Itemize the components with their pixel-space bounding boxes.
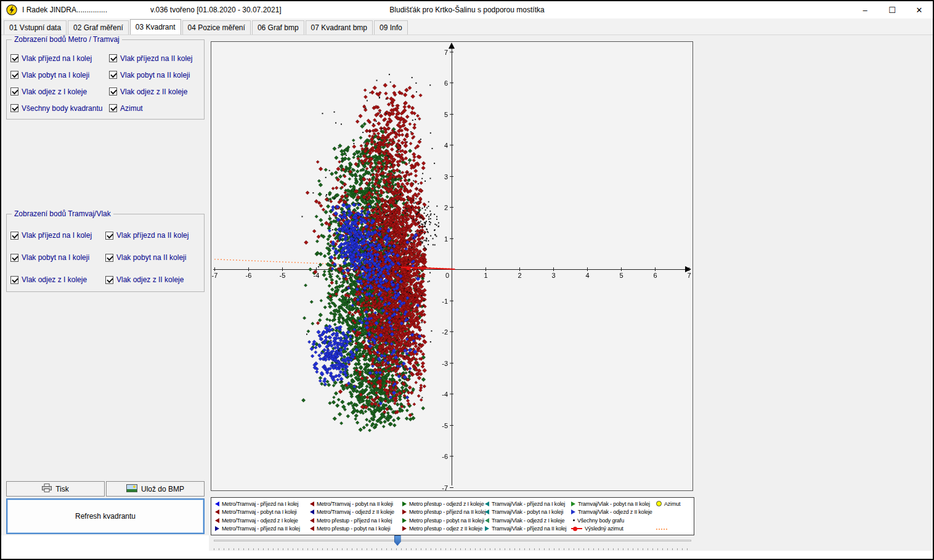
- checkbox-label: Vlak příjezd na II kolej: [120, 54, 192, 63]
- legend-label: Tramvaj/Vlak - pobyt na II kolej: [578, 501, 650, 507]
- slider-groove: [214, 540, 691, 542]
- tab-01-vstupn-data[interactable]: 01 Vstupní data: [4, 20, 67, 34]
- legend-item-tramvaj-vlak-odjezd-z-ii-koleje: Tramvaj/Vlak - odjezd z II koleje: [571, 508, 656, 516]
- checkbox-tramvaj-vlak-pobyt-na-ii-koleji[interactable]: Vlak pobyt na II koleji: [105, 246, 204, 269]
- checkbox-tramvaj-vlak-p-jezd-na-ii-kolej[interactable]: Vlak příjezd na II kolej: [105, 224, 204, 246]
- legend-item-tramvaj-vlak-odjezd-z-i-koleje: Tramvaj/Vlak - odjezd z I koleje: [485, 516, 571, 524]
- checkbox-tramvaj-vlak-odjez-z-ii-koleje[interactable]: Vlak odjez z II koleje: [105, 269, 204, 291]
- checkbox-metro-vlak-pobyt-na-ii-koleji[interactable]: Vlak pobyt na II koleji: [109, 67, 204, 83]
- legend-marker-tri-right: [485, 526, 489, 531]
- tab-09-info[interactable]: 09 Info: [374, 20, 408, 34]
- legend-label: Metro/Tramvaj - odjezd z I koleje: [222, 517, 298, 524]
- checkbox-box[interactable]: [105, 276, 113, 284]
- legend-column: Azimut: [656, 500, 691, 533]
- print-button[interactable]: Tisk: [6, 481, 105, 497]
- legend-item-tramvaj-vlak-p-jezd-na-ii-kolej: Tramvaj/Vlak - příjezd na II kolej: [485, 525, 571, 533]
- legend-column: Metro/Tramvaj - pobyt na II kolejiMetro/…: [310, 500, 402, 533]
- legend-column: Metro/Tramvaj - příjezd na I kolejMetro/…: [215, 500, 310, 533]
- legend-marker-tri-right: [402, 501, 407, 506]
- app-icon: [6, 4, 17, 15]
- legend-item-metro-tramvaj-pobyt-na-i-koleji: Metro/Tramvaj - pobyt na I koleji: [215, 508, 310, 516]
- checkbox-box[interactable]: [105, 254, 113, 262]
- checkbox-tramvaj-vlak-odjez-z-i-koleje[interactable]: Vlak odjez z I koleje: [10, 269, 105, 291]
- legend-marker-tri-right: [571, 501, 575, 506]
- checkbox-label: Vlak pobyt na I koleji: [22, 71, 89, 79]
- checkbox-metro-vlak-pobyt-na-i-koleji[interactable]: Vlak pobyt na I koleji: [10, 67, 109, 83]
- refresh-button[interactable]: Refresh kvadrantu: [6, 498, 205, 534]
- legend-item-metro-p-estup-p-jezd-na-i-kolej: Metro přestup - příjezd na I kolej: [310, 516, 402, 524]
- checkbox-label: Vlak příjezd na I kolej: [22, 54, 92, 63]
- minimize-icon[interactable]: –: [851, 1, 879, 18]
- checkbox-metro-vlak-odjez-z-i-koleje[interactable]: Vlak odjez z I koleje: [10, 83, 109, 100]
- legend-label: Metro/Tramvaj - pobyt na I koleji: [222, 509, 297, 515]
- checkbox-label: Vlak odjez z II koleje: [116, 275, 184, 284]
- legend-label: Tramvaj/Vlak - příjezd na I kolej: [492, 501, 565, 507]
- checkbox-metro-v-echny-body-kvadrantu[interactable]: Všechny body kvadrantu: [10, 100, 109, 116]
- group-tramvaj-title: Zobrazení bodů Tramvaj/Vlak: [12, 209, 113, 218]
- save-bmp-button[interactable]: Ulož do BMP: [106, 481, 205, 497]
- legend-marker-dot: [573, 519, 575, 521]
- legend-label: Tramvaj/Vlak - odjezd z II koleje: [578, 509, 652, 515]
- checkbox-metro-azimut[interactable]: Azimut: [109, 100, 204, 116]
- metro-checkbox-grid: Vlak příjezd na I kolejVlak pobyt na I k…: [7, 40, 204, 116]
- legend-item-tramvaj-vlak-pobyt-na-i-koleji: Tramvaj/Vlak - pobyt na I koleji: [485, 508, 571, 516]
- checkbox-box[interactable]: [10, 104, 18, 112]
- checkbox-box[interactable]: [10, 87, 18, 95]
- tab-strip: 01 Vstupní data02 Graf měření03 Kvadrant…: [1, 18, 933, 35]
- checkbox-box[interactable]: [10, 54, 18, 62]
- checkbox-box[interactable]: [109, 71, 117, 79]
- legend-label: Metro/Tramvaj - příjezd na I kolej: [222, 501, 298, 507]
- checkbox-box[interactable]: [10, 232, 18, 240]
- checkbox-label: Vlak příjezd na I kolej: [22, 231, 92, 240]
- tab-07-kvadrant-bmp[interactable]: 07 Kvadrant bmp: [306, 20, 373, 34]
- checkbox-box[interactable]: [109, 87, 117, 95]
- legend-item-metro-tramvaj-pobyt-na-ii-koleji: Metro/Tramvaj - pobyt na II koleji: [310, 500, 402, 508]
- legend-item-metro-p-estup-odjez-z-ii-koleje: Metro přestup - odjez z II koleje: [402, 525, 485, 533]
- maximize-icon[interactable]: ☐: [879, 1, 906, 18]
- legend-label: Tramvaj/Vlak - pobyt na I koleji: [492, 509, 563, 515]
- checkbox-box[interactable]: [10, 71, 18, 79]
- tab-03-kvadrant[interactable]: 03 Kvadrant: [130, 19, 181, 34]
- legend-label: Metro přestup - pobyt na I koleji: [317, 526, 390, 532]
- legend-column: Metro přestup - odjezd z I kolejeMetro p…: [402, 500, 485, 533]
- legend-marker-circle: [656, 501, 662, 506]
- legend-marker-tri-right: [402, 518, 407, 523]
- legend-label: Metro přestup - odjezd z I koleje: [409, 501, 484, 507]
- legend-item-tramvaj-vlak-pobyt-na-ii-kolej: Tramvaj/Vlak - pobyt na II kolej: [571, 500, 656, 508]
- legend-item-v-echny-body-grafu: Všechny body grafu: [571, 516, 656, 524]
- slider-thumb[interactable]: [394, 535, 401, 546]
- window-controls: – ☐ ✕: [851, 1, 933, 18]
- legend-label: Metro/Tramvaj - odjezd z II koleje: [317, 509, 394, 515]
- checkbox-metro-vlak-p-jezd-na-ii-kolej[interactable]: Vlak příjezd na II kolej: [109, 50, 204, 67]
- position-slider[interactable]: [211, 535, 694, 547]
- legend-marker-dot: [573, 527, 577, 531]
- legend-marker-tri-right: [402, 509, 407, 514]
- legend-label: Tramvaj/Vlak - příjezd na II kolej: [492, 526, 566, 532]
- checkbox-metro-vlak-odjez-z-ii-koleje[interactable]: Vlak odjez z II koleje: [109, 83, 204, 100]
- legend-marker-tri-left: [485, 509, 489, 514]
- title-left-text: I Radek JINDRA...............: [22, 6, 107, 14]
- legend-item-metro-p-estup-pobyt-na-i-koleji: Metro přestup - pobyt na I koleji: [310, 525, 402, 533]
- checkbox-box[interactable]: [105, 232, 113, 240]
- close-icon[interactable]: ✕: [906, 1, 933, 18]
- checkbox-metro-vlak-p-jezd-na-i-kolej[interactable]: Vlak příjezd na I kolej: [10, 50, 109, 67]
- legend-label: Metro přestup - příjezd na II kolej: [409, 509, 486, 515]
- legend-item-metro-tramvaj-odjezd-z-i-koleje: Metro/Tramvaj - odjezd z I koleje: [215, 516, 310, 524]
- checkbox-box[interactable]: [109, 104, 117, 112]
- legend-item-metro-tramvaj-p-jezd-na-i-kolej: Metro/Tramvaj - příjezd na I kolej: [215, 500, 310, 508]
- legend-marker-line-dot: [571, 528, 582, 529]
- legend-label: Azimut: [664, 501, 680, 507]
- chart-legend: Metro/Tramvaj - příjezd na I kolejMetro/…: [211, 497, 694, 535]
- tab-02-graf-m-en[interactable]: 02 Graf měření: [68, 20, 129, 34]
- checkbox-box[interactable]: [109, 54, 117, 62]
- checkbox-box[interactable]: [10, 276, 18, 284]
- tab-04-pozice-m-en[interactable]: 04 Pozice měření: [182, 20, 251, 34]
- legend-label: Metro přestup - pobyt na II koleji: [409, 517, 484, 524]
- tab-06-graf-bmp[interactable]: 06 Graf bmp: [252, 20, 304, 34]
- checkbox-tramvaj-vlak-pobyt-na-i-koleji[interactable]: Vlak pobyt na I koleji: [10, 246, 105, 269]
- checkbox-tramvaj-vlak-p-jezd-na-i-kolej[interactable]: Vlak příjezd na I kolej: [10, 224, 105, 246]
- legend-item-azimut: Azimut: [656, 500, 691, 508]
- checkbox-box[interactable]: [10, 254, 18, 262]
- print-button-label: Tisk: [55, 485, 69, 493]
- app-window: I Radek JINDRA............... v.036 tvoř…: [0, 0, 934, 560]
